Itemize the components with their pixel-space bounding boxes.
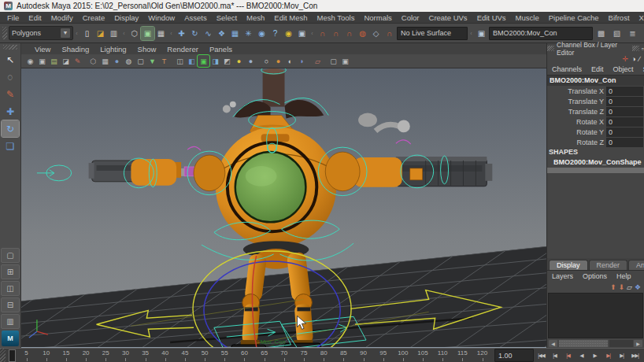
gate-mask-icon[interactable]: ◩ <box>221 55 233 67</box>
menu-item[interactable]: Normals <box>359 13 396 22</box>
menu-item[interactable]: Color <box>397 13 424 22</box>
time-slider-track[interactable]: 5101520253035404550556065707580859095100… <box>6 349 492 362</box>
save-scene-icon[interactable]: ▥ <box>107 27 120 40</box>
menu-item[interactable]: Edit <box>24 13 46 22</box>
select-hierarchy-icon[interactable]: ⬡ <box>128 27 141 40</box>
toolbox-grip[interactable] <box>3 45 17 50</box>
snap-to-curves-icon[interactable]: ∩ <box>329 27 342 40</box>
select-camera-icon[interactable]: ◉ <box>24 55 36 67</box>
status-grip[interactable] <box>2 27 7 39</box>
flat-shade-icon[interactable]: ◍ <box>123 55 135 67</box>
ambient-light-icon[interactable]: ● <box>245 55 257 67</box>
attribute-value-field[interactable]: 0 <box>606 107 643 116</box>
make-live-icon[interactable]: ∩ <box>383 27 396 40</box>
menu-item[interactable]: Pipeline Cache <box>544 13 604 22</box>
layout-single-pane[interactable]: ▢ <box>1 248 20 263</box>
channel-box-menu-item[interactable]: Channels <box>547 65 587 73</box>
help-icon[interactable]: ? <box>268 27 282 40</box>
new-scene-icon[interactable]: ▯ <box>80 27 94 40</box>
layer-editor-menu-item[interactable]: Layers <box>547 272 578 280</box>
shadows-icon[interactable]: ● <box>272 55 284 67</box>
layer-editor-menu-item[interactable]: Help <box>612 272 636 280</box>
scroll-left-button[interactable]: ◀ <box>549 340 557 347</box>
channel-box-header[interactable]: Channel Box / Layer Editor ▫ <box>547 43 644 54</box>
highlight-selection-icon[interactable]: ▣ <box>295 27 309 40</box>
step-back-key-button[interactable]: |◀ <box>561 350 575 360</box>
layer-list-area[interactable] <box>548 293 643 338</box>
xray-icon[interactable]: ▢ <box>328 55 339 67</box>
step-forward-frame-button[interactable]: ▶| <box>615 350 628 360</box>
manipulator-icon[interactable]: ✛ <box>623 55 629 63</box>
panel-menu-item[interactable]: Panels <box>204 45 238 54</box>
attribute-value-field[interactable]: 0 <box>606 117 643 127</box>
select-dynamics-mask-icon[interactable]: ✳ <box>242 27 255 40</box>
snap-to-projected-center-icon[interactable]: ◍ <box>356 27 369 40</box>
status-separator[interactable]: ‹ <box>168 26 174 40</box>
go-to-start-button[interactable]: |◀◀ <box>535 350 548 360</box>
shape-node-name[interactable]: BMO2000:Mov_ConShape <box>547 157 644 168</box>
points-display-icon[interactable]: ▦ <box>99 55 111 67</box>
layer-editor-tab[interactable]: Display <box>549 260 588 270</box>
scroll-right-button[interactable]: ▶ <box>634 340 642 347</box>
layout-outliner-persp[interactable]: ◫ <box>1 281 20 296</box>
status-separator[interactable]: ‹ <box>468 26 474 40</box>
panel-menu-item[interactable]: View <box>29 45 56 54</box>
layer-editor-menu-item[interactable]: Options <box>578 272 612 280</box>
step-back-frame-button[interactable]: |◀ <box>548 350 561 360</box>
rotate-tool[interactable]: ↻ <box>2 120 19 137</box>
timeline-grip[interactable] <box>0 349 6 362</box>
scrollbar-track[interactable] <box>609 340 633 347</box>
menu-item[interactable]: Muscle <box>511 13 544 22</box>
attribute-value-field[interactable]: 0 <box>606 87 643 96</box>
select-points-mask-icon[interactable]: ✚ <box>175 27 188 40</box>
menu-item[interactable]: Edit Mesh <box>269 13 312 22</box>
panel-menu-item[interactable]: Renderer <box>161 45 204 54</box>
modeling-toolkit-icon[interactable]: ▩ <box>594 27 608 40</box>
create-layer-from-selected-icon[interactable]: ❖ <box>635 283 641 291</box>
playback-speed-field[interactable]: 1.00 <box>494 349 534 362</box>
status-separator[interactable]: ‹ <box>309 26 315 40</box>
menu-item[interactable]: Window <box>143 13 180 22</box>
attribute-value-field[interactable]: 0 <box>606 138 643 147</box>
occlusion-icon[interactable]: ◐ <box>284 55 296 67</box>
channel-box-menu-item[interactable]: Object <box>609 65 638 73</box>
panel-grip[interactable] <box>547 46 554 51</box>
layout-hypergraph-persp[interactable]: ⊟ <box>1 297 20 312</box>
layout-four-pane[interactable]: ⊞ <box>1 264 20 279</box>
hyperbolic-icon[interactable]: ∕ <box>638 55 640 63</box>
go-to-end-button[interactable]: ▶▶| <box>628 350 642 360</box>
textured-icon[interactable]: T <box>158 55 170 67</box>
layer-editor-tab[interactable]: Anim <box>628 260 644 270</box>
lock-selection-icon[interactable]: ◉ <box>282 27 295 40</box>
attribute-value-field[interactable]: 0 <box>606 127 643 137</box>
menu-item[interactable]: Display <box>109 13 143 22</box>
lasso-select-tool[interactable]: ◌ <box>2 68 19 85</box>
move-tool[interactable]: ✚ <box>2 103 19 120</box>
panel-menu-item[interactable]: Show <box>132 45 162 54</box>
channel-box-object-name[interactable]: BMO2000:Mov_Con <box>547 75 644 86</box>
panel-grip[interactable] <box>632 46 639 51</box>
scrollbar-thumb[interactable] <box>558 339 609 348</box>
camera-attributes-icon[interactable]: ▣ <box>36 55 48 67</box>
menu-item[interactable]: Create UVs <box>424 13 472 22</box>
select-rendering-mask-icon[interactable]: ◉ <box>255 27 268 40</box>
select-object-icon[interactable]: ▣ <box>141 27 154 40</box>
layer-editor-tab[interactable]: Render <box>589 260 628 270</box>
motion-blur-icon[interactable]: ◗ <box>296 55 308 67</box>
menu-item[interactable]: Create <box>78 13 110 22</box>
snap-to-view-planes-icon[interactable]: ◇ <box>369 27 383 40</box>
select-component-icon[interactable]: ▦ <box>154 27 168 40</box>
quick-selection-input[interactable]: BMO2000:Mov_Con <box>489 27 593 40</box>
menu-item[interactable]: Bifrost <box>604 13 635 22</box>
attribute-value-field[interactable]: 0 <box>606 97 643 106</box>
status-separator[interactable]: ‹ <box>74 26 80 40</box>
bookmarks-icon[interactable]: ▤ <box>48 55 60 67</box>
menu-item[interactable]: Edit UVs <box>472 13 511 22</box>
step-forward-key-button[interactable]: ▶| <box>601 350 615 360</box>
paint-select-tool[interactable]: ✎ <box>2 86 19 102</box>
open-scene-icon[interactable]: ◪ <box>94 27 107 40</box>
panel-menu-item[interactable]: Lighting <box>94 45 131 54</box>
attribute-editor-icon[interactable]: ▧ <box>610 27 624 40</box>
menu-item[interactable]: Assets <box>180 13 212 22</box>
select-tool[interactable]: ↖ <box>2 51 19 68</box>
